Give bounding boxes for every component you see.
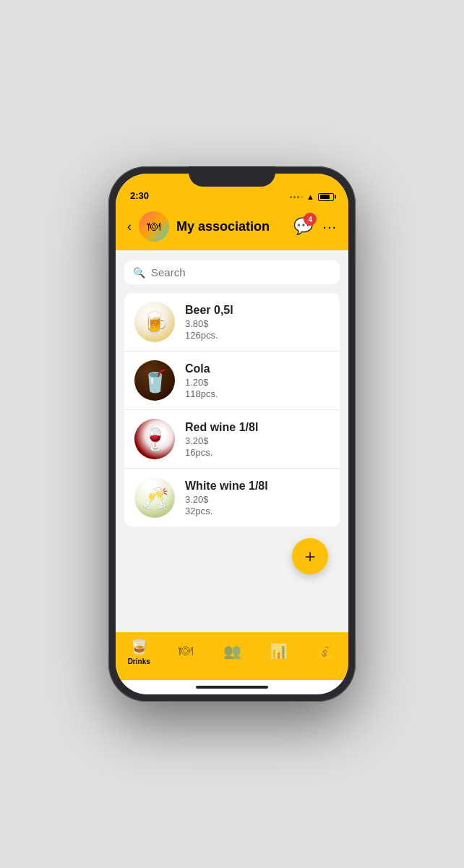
notification-button[interactable]: 💬 4 [291, 214, 315, 239]
item-pcs: 118pcs. [185, 388, 330, 399]
main-content: 🔍 🍺 Beer 0,5l 3.80$ 126pcs. 🥤 Cola [116, 250, 348, 632]
item-pcs: 126pcs. [185, 330, 330, 341]
item-pcs: 32pcs. [185, 506, 330, 516]
home-bar [196, 686, 268, 689]
item-price: 3.80$ [185, 318, 330, 329]
add-button[interactable]: + [292, 538, 328, 574]
search-input[interactable] [151, 266, 331, 278]
nav-item-food[interactable]: 🍽 [162, 642, 208, 661]
nav-item-finance[interactable]: 💰 [302, 642, 348, 662]
signal-icon [290, 196, 303, 198]
header-actions: 💬 4 ··· [291, 214, 337, 239]
item-price: 1.20$ [185, 377, 330, 388]
item-name: White wine 1/8l [185, 480, 330, 493]
item-info: Beer 0,5l 3.80$ 126pcs. [185, 304, 330, 341]
avatar: 🍽 [139, 211, 169, 242]
item-image-whitewine: 🥂 [134, 477, 175, 518]
item-price: 3.20$ [185, 435, 330, 446]
finance-icon: 💰 [316, 642, 334, 660]
phone-screen: 2:30 ▲ ‹ 🍽 My association [116, 174, 348, 694]
fab-area: + [124, 527, 340, 586]
item-info: Red wine 1/8l 3.20$ 16pcs. [185, 421, 330, 458]
drinks-icon: 🥃 [130, 638, 148, 655]
people-icon: 👥 [223, 642, 241, 660]
nav-label-drinks: Drinks [128, 658, 150, 665]
list-item[interactable]: 🍺 Beer 0,5l 3.80$ 126pcs. [124, 293, 340, 352]
nav-item-people[interactable]: 👥 [209, 642, 255, 662]
nav-item-stats[interactable]: 📊 [255, 642, 301, 662]
status-time: 2:30 [130, 190, 149, 201]
item-image-redwine: 🍷 [134, 419, 175, 459]
search-icon: 🔍 [133, 267, 145, 278]
notification-badge: 4 [304, 213, 317, 226]
item-name: Beer 0,5l [185, 304, 330, 317]
list-item[interactable]: 🥂 White wine 1/8l 3.20$ 32pcs. [124, 469, 340, 527]
bottom-navigation: 🥃 Drinks 🍽 👥 📊 💰 [116, 632, 348, 680]
back-button[interactable]: ‹ [127, 219, 132, 234]
item-pcs: 16pcs. [185, 447, 330, 458]
list-item[interactable]: 🥤 Cola 1.20$ 118pcs. [124, 352, 340, 410]
item-list: 🍺 Beer 0,5l 3.80$ 126pcs. 🥤 Cola 1.20$ 1… [124, 293, 340, 527]
nav-item-drinks[interactable]: 🥃 Drinks [116, 638, 162, 665]
item-name: Red wine 1/8l [185, 421, 330, 434]
item-image-beer: 🍺 [134, 302, 175, 342]
battery-icon [318, 193, 334, 201]
item-image-cola: 🥤 [134, 360, 175, 401]
list-item[interactable]: 🍷 Red wine 1/8l 3.20$ 16pcs. [124, 410, 340, 469]
status-icons: ▲ [290, 192, 334, 201]
item-price: 3.20$ [185, 494, 330, 505]
notch [189, 166, 275, 187]
food-icon: 🍽 [179, 642, 193, 659]
item-info: White wine 1/8l 3.20$ 32pcs. [185, 480, 330, 516]
header: ‹ 🍽 My association 💬 4 ··· [116, 205, 348, 250]
more-button[interactable]: ··· [322, 218, 337, 235]
item-name: Cola [185, 362, 330, 375]
stats-icon: 📊 [270, 642, 288, 660]
item-info: Cola 1.20$ 118pcs. [185, 362, 330, 399]
phone-frame: 2:30 ▲ ‹ 🍽 My association [108, 166, 356, 702]
home-indicator [116, 680, 348, 694]
page-title: My association [176, 219, 283, 234]
wifi-icon: ▲ [306, 192, 314, 201]
search-bar: 🔍 [124, 260, 340, 284]
